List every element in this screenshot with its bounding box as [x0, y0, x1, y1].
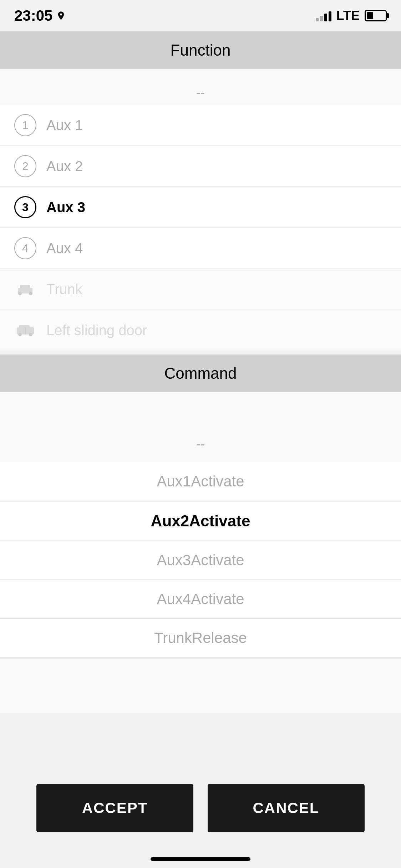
list-item[interactable]: 2 Aux 2	[0, 146, 401, 187]
aux3activate-label: Aux3Activate	[157, 552, 244, 568]
command-picker[interactable]: -- Aux1Activate Aux2Activate Aux3Activat…	[0, 392, 401, 713]
list-item[interactable]: Aux1Activate	[0, 462, 401, 501]
aux2-number-icon: 2	[14, 155, 36, 177]
signal-bar-4	[329, 11, 331, 21]
list-item[interactable]: TrunkRelease	[0, 619, 401, 658]
aux2-label: Aux 2	[46, 158, 83, 174]
signal-bars	[316, 10, 331, 21]
trunk-icon	[14, 278, 36, 300]
aux4-label: Aux 4	[46, 240, 83, 256]
home-indicator	[151, 857, 250, 861]
lte-label: LTE	[336, 8, 360, 23]
list-item[interactable]: 1 Aux 1	[0, 105, 401, 146]
list-item[interactable]: Aux4Activate	[0, 580, 401, 619]
trunkrelease-label: TrunkRelease	[154, 629, 247, 646]
time-display: 23:05	[14, 7, 52, 24]
function-section-header: Function	[0, 31, 401, 69]
status-bar: 23:05 LTE	[0, 0, 401, 31]
status-right: LTE	[316, 8, 387, 23]
signal-bar-1	[316, 18, 319, 21]
signal-bar-3	[324, 14, 327, 21]
aux2activate-label: Aux2Activate	[151, 512, 250, 530]
svg-rect-5	[19, 325, 30, 330]
command-section-header: Command	[0, 354, 401, 392]
function-header-text: Function	[171, 41, 231, 59]
aux4activate-label: Aux4Activate	[157, 591, 244, 607]
list-item[interactable]: Left sliding door	[0, 310, 401, 351]
list-item[interactable]: Trunk	[0, 269, 401, 310]
list-item[interactable]: Aux2Activate	[0, 501, 401, 541]
accept-button[interactable]: ACCEPT	[36, 784, 193, 832]
aux1-label: Aux 1	[46, 117, 83, 133]
button-row: ACCEPT CANCEL	[0, 784, 401, 832]
function-picker[interactable]: -- 1 Aux 1 2 Aux 2 3 Aux 3 4 Aux 4 Trunk	[0, 69, 401, 351]
battery-fill	[367, 12, 373, 19]
svg-point-6	[18, 333, 22, 336]
list-item[interactable]: 3 Aux 3	[0, 187, 401, 228]
signal-bar-2	[320, 16, 323, 21]
svg-point-7	[29, 333, 32, 336]
aux4-number-icon: 4	[14, 237, 36, 259]
list-item[interactable]: Aux3Activate	[0, 541, 401, 580]
aux1-number-icon: 1	[14, 114, 36, 136]
svg-rect-1	[20, 285, 30, 289]
aux3-number-icon: 3	[14, 196, 36, 218]
svg-point-2	[18, 292, 22, 295]
svg-point-3	[29, 292, 32, 295]
left-door-label: Left sliding door	[46, 322, 147, 338]
location-icon	[56, 11, 66, 21]
trunk-label: Trunk	[46, 281, 82, 297]
list-item[interactable]: 4 Aux 4	[0, 228, 401, 269]
command-placeholder: --	[196, 429, 205, 459]
cancel-button[interactable]: CANCEL	[208, 784, 365, 832]
function-placeholder: --	[0, 80, 401, 105]
status-time: 23:05	[14, 7, 66, 24]
battery-icon	[365, 10, 387, 21]
aux1activate-label: Aux1Activate	[157, 473, 244, 490]
aux3-label: Aux 3	[46, 199, 85, 215]
command-header-text: Command	[164, 364, 237, 382]
left-door-icon	[14, 319, 36, 341]
